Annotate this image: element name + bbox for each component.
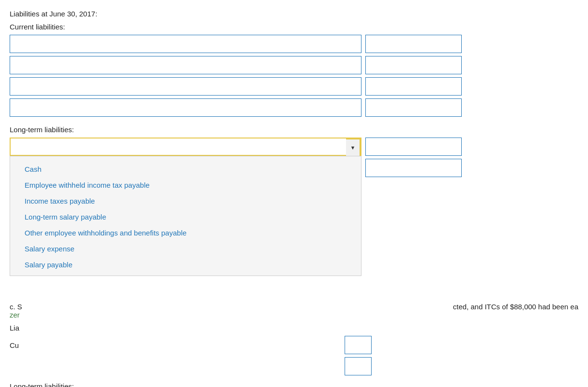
long-term-liabilities-label: Long-term liabilities: [10,125,578,134]
current-liability-desc-4[interactable] [10,98,361,117]
cu-label: Cu [10,341,19,349]
current-liability-amt-2[interactable] [365,56,462,74]
dropdown-option-other-employee[interactable]: Other employee withholdings and benefits… [10,225,361,241]
part-c-itc-text: cted, and ITCs of $88,000 had been ea [453,303,578,311]
current-liability-amt-1[interactable] [365,35,462,53]
dropdown-option-cash[interactable]: Cash [10,161,361,177]
part-c-prefix: c. S [10,303,22,311]
current-liabilities-label: Current liabilities: [10,23,578,31]
dropdown-option-employee-withheld[interactable]: Employee withheld income tax payable [10,177,361,193]
current-liability-row-4 [10,98,578,117]
current-liability-amt-4[interactable] [365,98,462,117]
liabilities-heading: Liabilities at June 30, 2017: [10,10,578,18]
current-liability-amt-3[interactable] [365,77,462,96]
long-term-liability-dropdown-wrapper: Cash Employee withheld income tax payabl… [10,138,361,156]
part-c-green-text: zer [10,311,20,319]
current-liability-row-2 [10,56,578,74]
long-term-dropdown-input[interactable] [11,138,361,155]
current-liability-desc-2[interactable] [10,56,361,74]
dropdown-option-income-taxes[interactable]: Income taxes payable [10,193,361,209]
long-term-liability-amt-2[interactable] [365,159,462,177]
dropdown-option-salary-expense[interactable]: Salary expense [10,241,361,257]
long-term-liability-amt-1[interactable] [365,138,462,156]
long-term-liabilities-label-bottom: Long-term liabilities: [10,382,578,387]
current-liability-desc-3[interactable] [10,77,361,96]
lia-label: Lia [10,324,19,332]
dropdown-option-long-term-salary[interactable]: Long-term salary payable [10,209,361,225]
cu-small-box-1 [345,336,372,354]
cu-small-box-2 [345,357,372,375]
dropdown-option-salary-payable[interactable]: Salary payable [10,257,361,273]
current-liability-row-3 [10,77,578,96]
current-liability-row-1 [10,35,578,53]
dropdown-list: Cash Employee withheld income tax payabl… [10,156,361,276]
current-liability-desc-1[interactable] [10,35,361,53]
